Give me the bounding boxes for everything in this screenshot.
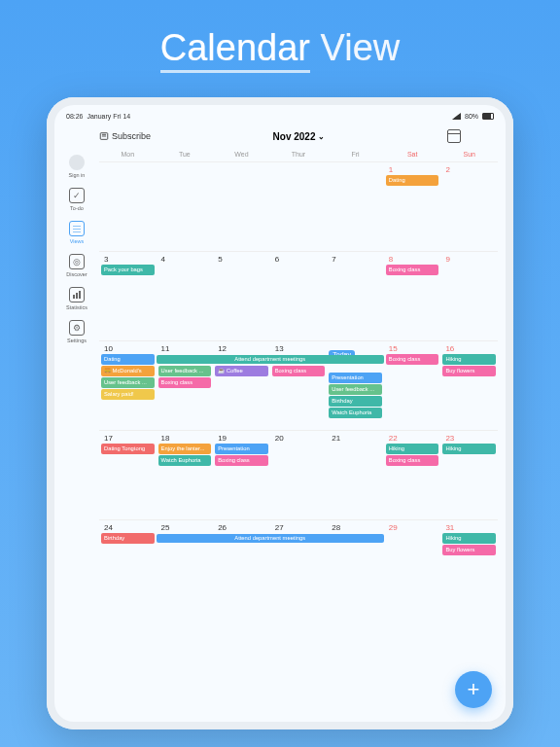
event-chip[interactable]: Hiking bbox=[442, 444, 496, 454]
sidebar-item-label: Discover bbox=[66, 271, 87, 277]
day-cell[interactable]: 21 bbox=[327, 431, 384, 519]
day-cell[interactable]: 15Boxing class bbox=[384, 341, 441, 430]
subscribe-button[interactable]: Subscribe bbox=[99, 131, 151, 141]
day-cell[interactable]: 4 bbox=[157, 252, 214, 340]
event-chip[interactable]: Boxing class bbox=[272, 366, 326, 376]
day-cell[interactable]: 19PresentationBoxing class bbox=[213, 431, 270, 519]
day-number: 27 bbox=[272, 522, 326, 533]
event-chip[interactable]: User feedback ... bbox=[101, 377, 155, 388]
day-cell[interactable] bbox=[270, 162, 328, 251]
event-chip[interactable]: Dating bbox=[101, 354, 155, 365]
day-cell[interactable] bbox=[213, 162, 270, 251]
todo-icon: ✓ bbox=[69, 188, 85, 203]
event-chip[interactable]: Buy flowers bbox=[442, 366, 496, 376]
day-cell[interactable] bbox=[99, 162, 157, 251]
discover-icon: ◎ bbox=[69, 254, 85, 269]
day-number: 20 bbox=[272, 433, 326, 444]
day-cell[interactable] bbox=[327, 162, 384, 251]
day-cell[interactable]: 3Pack your bags bbox=[99, 252, 157, 340]
sidebar-item-settings[interactable]: ⚙ Settings bbox=[67, 320, 87, 343]
day-number bbox=[329, 164, 382, 166]
event-chip[interactable]: Boxing class bbox=[386, 265, 439, 275]
newspaper-icon bbox=[99, 131, 109, 141]
event-chip[interactable]: ☕ Coffee bbox=[215, 366, 268, 376]
day-cell[interactable]: 1Dating bbox=[384, 162, 441, 251]
day-cell[interactable] bbox=[157, 162, 214, 251]
sidebar-item-statistics[interactable]: Statistics bbox=[66, 287, 88, 310]
week-row: 3Pack your bags45678Boxing class9 bbox=[99, 251, 498, 340]
day-cell[interactable]: 8Boxing class bbox=[384, 252, 441, 340]
day-cell[interactable]: 22HikingBoxing class bbox=[384, 431, 441, 519]
day-number: 25 bbox=[158, 522, 212, 533]
day-number: 5 bbox=[215, 254, 268, 265]
event-chip[interactable]: Pack your bags bbox=[101, 265, 155, 275]
day-number: 2 bbox=[442, 164, 496, 175]
week-row: 10Dating🍔 McDonald'sUser feedback ...Sal… bbox=[99, 340, 498, 430]
day-number: 1 bbox=[386, 164, 439, 175]
event-chip[interactable]: Birthday bbox=[101, 533, 155, 544]
dow-row: MonTueWedThurFriSatSun bbox=[99, 151, 498, 158]
event-chip[interactable]: Boxing class bbox=[158, 377, 212, 388]
event-span[interactable]: Attend department meetings bbox=[157, 355, 384, 364]
event-chip[interactable]: Boxing class bbox=[215, 455, 268, 466]
event-chip[interactable]: Buy flowers bbox=[442, 545, 496, 555]
day-cell[interactable]: 5 bbox=[213, 252, 270, 340]
event-chip[interactable]: Salary paid! bbox=[101, 389, 155, 400]
day-cell[interactable]: 10Dating🍔 McDonald'sUser feedback ...Sal… bbox=[99, 341, 157, 430]
event-span[interactable]: Attend department meetings bbox=[157, 534, 384, 543]
event-chip[interactable]: Dating bbox=[386, 175, 439, 186]
day-cell[interactable]: 16HikingBuy flowers bbox=[440, 341, 498, 430]
event-chip[interactable]: Boxing class bbox=[386, 455, 439, 466]
day-cell[interactable]: 29 bbox=[384, 520, 441, 609]
day-cell[interactable]: 20 bbox=[270, 431, 328, 519]
sidebar-item-signin[interactable]: Sign in bbox=[69, 155, 86, 178]
battery-icon bbox=[482, 113, 494, 120]
day-cell[interactable]: 9 bbox=[440, 252, 498, 340]
day-cell[interactable]: 23Hiking bbox=[440, 431, 498, 519]
event-chip[interactable]: Hiking bbox=[386, 444, 439, 454]
event-chip[interactable]: Boxing class bbox=[386, 354, 439, 365]
event-chip[interactable]: Presentation bbox=[215, 444, 268, 454]
event-chip[interactable]: Dating Tongtong bbox=[101, 444, 155, 454]
svg-rect-4 bbox=[76, 293, 78, 299]
calendar-grid-button[interactable] bbox=[447, 129, 461, 143]
event-chip[interactable]: User feedback ... bbox=[329, 384, 382, 395]
event-chip[interactable]: User feedback ... bbox=[158, 366, 212, 376]
month-picker[interactable]: Nov 2022 ⌄ bbox=[273, 131, 326, 142]
day-number: 8 bbox=[386, 254, 439, 265]
day-number bbox=[101, 164, 155, 166]
sidebar-item-label: To-do bbox=[70, 205, 84, 211]
calendar-grid-icon bbox=[447, 129, 461, 143]
day-number: 7 bbox=[329, 254, 382, 265]
day-number: 29 bbox=[386, 522, 439, 533]
week-row: 24Birthday252627282931HikingBuy flowersA… bbox=[99, 519, 498, 609]
day-number: 9 bbox=[442, 254, 496, 265]
day-cell[interactable]: 31HikingBuy flowers bbox=[440, 520, 498, 609]
calendar-grid: MonTueWedThurFriSatSun 1Dating23Pack you… bbox=[95, 151, 502, 721]
svg-rect-5 bbox=[79, 291, 81, 299]
event-chip[interactable]: Hiking bbox=[442, 533, 496, 544]
sidebar-item-todo[interactable]: ✓ To-do bbox=[69, 188, 85, 211]
event-chip[interactable]: Birthday bbox=[329, 396, 382, 407]
day-number: 13 bbox=[272, 343, 326, 354]
event-chip[interactable]: Watch Euphoria bbox=[158, 455, 212, 466]
event-chip[interactable]: Hiking bbox=[442, 354, 496, 365]
day-cell[interactable]: 24Birthday bbox=[99, 520, 157, 609]
day-cell[interactable]: 2 bbox=[440, 162, 498, 251]
subscribe-label: Subscribe bbox=[112, 131, 151, 141]
event-chip[interactable]: 🍔 McDonald's bbox=[101, 366, 155, 376]
event-chip[interactable]: Presentation bbox=[329, 373, 382, 383]
day-cell[interactable]: 6 bbox=[270, 252, 328, 340]
day-number: 4 bbox=[158, 254, 212, 265]
day-cell[interactable]: 18Enjoy the lanter...Watch Euphoria bbox=[157, 431, 214, 519]
sidebar-item-views[interactable]: Views bbox=[69, 221, 85, 244]
event-chip[interactable]: Watch Euphoria bbox=[329, 408, 382, 418]
sidebar-item-label: Statistics bbox=[66, 304, 88, 310]
event-chip[interactable]: Enjoy the lanter... bbox=[158, 444, 212, 454]
sidebar-item-discover[interactable]: ◎ Discover bbox=[66, 254, 87, 277]
day-cell[interactable]: 7 bbox=[327, 252, 384, 340]
day-number bbox=[272, 164, 326, 166]
statistics-icon bbox=[69, 287, 85, 302]
day-cell[interactable]: 17Dating Tongtong bbox=[99, 431, 157, 519]
add-button[interactable]: + bbox=[455, 671, 492, 708]
